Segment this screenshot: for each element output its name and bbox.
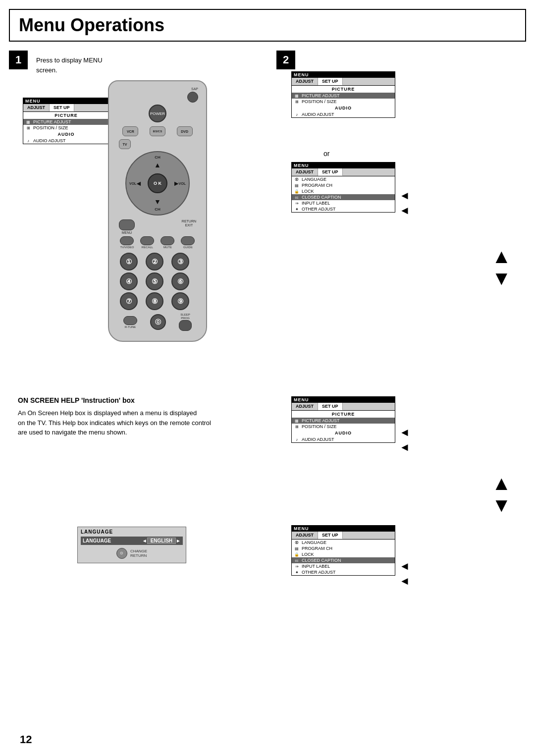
nav-wheel: CH CH VOL VOL ▲ ▼ ◄ ►	[125, 151, 190, 216]
btn-6[interactable]: ⑥	[171, 272, 189, 290]
menu-box-step1: MENU ADJUST SET UP PICTURE ▦ PICTURE ADJ…	[23, 98, 109, 144]
change-label: CHANGE	[130, 549, 147, 553]
language-box: LANGUAGE LANGUAGE ◄ ENGLISH ► ⊙ CHANGE R…	[77, 527, 186, 563]
function-row: TV/VIDEO RECALL MUTE GUIDE	[117, 236, 198, 249]
tab-adjust: ADJUST	[23, 104, 50, 111]
btn-4[interactable]: ④	[120, 272, 138, 290]
btn-3[interactable]: ③	[171, 253, 189, 270]
step1-badge: 1	[9, 51, 28, 69]
tv-button[interactable]: TV	[119, 139, 131, 149]
side-arrows-mid: ◄ ◄	[399, 189, 410, 217]
language-controls: ⊙ CHANGE RETURN	[81, 548, 183, 559]
btn-2[interactable]: ②	[146, 253, 163, 270]
r-tune-button[interactable]	[123, 316, 137, 325]
page-number: 12	[20, 733, 32, 746]
btn-9[interactable]: ⑨	[171, 292, 189, 310]
lang-left-arrow: ◄	[142, 538, 147, 543]
bs-cs-button[interactable]: BS/CS	[150, 126, 165, 136]
dvd-button[interactable]: DVD	[177, 126, 193, 136]
step1-description: Press to display MENU screen.	[36, 55, 103, 75]
sleep-prog-button[interactable]	[179, 320, 192, 331]
menu-item-position-size: ⊞ POSITION / SIZE	[23, 125, 109, 131]
tvvideo-button[interactable]	[120, 236, 134, 245]
menu-item-picture-adjust: ▦ PICTURE ADJUST	[23, 119, 109, 125]
lang-ctrl-button[interactable]: ⊙	[116, 548, 127, 559]
menu-tabs: ADJUST SET UP	[23, 104, 109, 112]
tab-setup-active: SET UP	[50, 104, 74, 111]
btn-0[interactable]: ⓪	[150, 314, 166, 330]
recall-button[interactable]	[140, 236, 154, 245]
btn-7[interactable]: ⑦	[120, 292, 138, 310]
btn-5[interactable]: ⑤	[146, 272, 163, 290]
power-button[interactable]: POWER	[149, 105, 166, 122]
section-picture: PICTURE	[23, 112, 109, 119]
menu-box-lower-right-1: MENU ADJUST SET UP PICTURE ▦ PICTURE ADJ…	[291, 396, 395, 443]
guide-button[interactable]	[181, 236, 195, 245]
bottom-row: R-TUNE ⓪ SLEEP PROG	[117, 313, 198, 331]
menu-box-lower-right-2: MENU ADJUST SET UP ⦿ LANGUAGE ▤ PROGRAM …	[291, 525, 395, 576]
side-arrows-lower1: ◄ ◄	[399, 426, 410, 454]
menu-box-right-top: MENU ADJUST SET UP PICTURE ▦ PICTURE ADJ…	[291, 71, 395, 118]
mute-button[interactable]	[160, 236, 174, 245]
language-title: LANGUAGE	[81, 529, 183, 535]
menu-button[interactable]	[119, 219, 135, 230]
menu-item-audio-adjust: ♪ AUDIO ADJUST	[23, 138, 109, 144]
help-text: An On Screen Help box is displayed when …	[18, 408, 246, 437]
return-label: RETURN	[130, 553, 147, 558]
section-audio: AUDIO	[23, 131, 109, 138]
help-title: ON SCREEN HELP 'Instruction' box	[18, 396, 276, 404]
page-title: Menu Operations	[19, 15, 516, 36]
language-row: LANGUAGE ◄ ENGLISH ►	[81, 537, 183, 545]
menu-box-right-mid: MENU ADJUST SET UP ⦿ LANGUAGE ▤ PROGRAM …	[291, 162, 395, 213]
sap-button[interactable]	[187, 92, 198, 103]
vertical-arrows-lower: ▲ ▼	[491, 473, 511, 515]
ok-button[interactable]: O K	[148, 173, 167, 193]
language-value: ENGLISH	[147, 538, 176, 544]
sap-label: SAP	[191, 87, 198, 91]
btn-1[interactable]: ①	[120, 253, 138, 270]
btn-8[interactable]: ⑧	[146, 292, 163, 310]
step2-badge: 2	[276, 51, 295, 69]
vcr-button[interactable]: VCR	[122, 126, 138, 136]
number-grid: ① ② ③ ④ ⑤ ⑥ ⑦ ⑧ ⑨	[117, 253, 198, 310]
language-label: LANGUAGE	[83, 538, 142, 543]
menu-exit-row: MENU RETURN EXIT	[117, 219, 198, 234]
or-text: or	[323, 150, 329, 158]
menu-header: MENU	[23, 98, 109, 104]
vertical-arrows-right: ▲ ▼	[491, 246, 511, 288]
side-arrows-lower2: ◄ ◄	[399, 560, 410, 588]
title-bar: Menu Operations	[9, 9, 526, 42]
remote-control: SAP POWER VCR BS/CS DVD TV	[108, 80, 207, 342]
source-row: VCR BS/CS DVD	[117, 126, 198, 136]
lang-right-arrow: ►	[176, 538, 181, 543]
